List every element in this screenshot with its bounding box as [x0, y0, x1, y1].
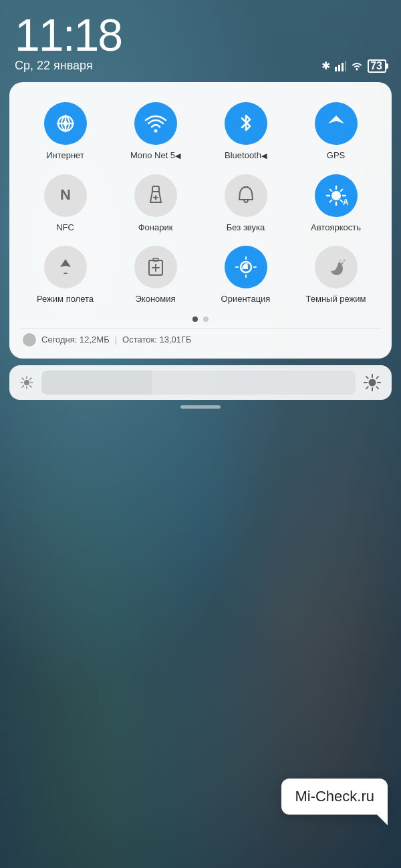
orientation-label: Ориентация [221, 294, 271, 304]
battery-saver-label: Экономия [135, 294, 175, 304]
bluetooth-icon [225, 102, 267, 145]
svg-point-13 [331, 191, 341, 200]
quick-settings-grid: Интернет Mono Net 5◀ Bluetooth◀ [20, 95, 381, 311]
status-row: Ср, 22 января ✱ 73 [15, 59, 386, 73]
brightness-empty [152, 371, 356, 395]
nfc-label: NFC [56, 222, 74, 233]
svg-rect-3 [345, 61, 346, 71]
quick-item-flashlight[interactable]: Фонарик [110, 168, 200, 240]
quick-item-nfc[interactable]: N NFC [20, 168, 110, 240]
status-bar: 11:18 Ср, 22 января ✱ [0, 0, 401, 75]
bluetooth-label: Bluetooth◀ [225, 150, 267, 161]
data-usage-row: Сегодня: 12,2МБ | Остаток: 13,01ГБ [20, 329, 381, 348]
quick-item-bluetooth[interactable]: Bluetooth◀ [200, 95, 291, 168]
brightness-high-icon [364, 374, 381, 391]
battery-saver-icon [134, 246, 177, 288]
data-usage-icon [23, 333, 36, 347]
watermark-text: Mi-Check.ru [295, 788, 374, 805]
svg-line-48 [376, 377, 378, 379]
quick-item-silent[interactable]: Без звука [200, 168, 291, 240]
svg-rect-0 [335, 67, 337, 71]
time-display: 11:18 [15, 12, 386, 57]
battery-icon: 73 [368, 59, 386, 73]
quick-item-auto-brightness[interactable]: A Автояркость [291, 168, 381, 240]
auto-brightness-icon: A [315, 174, 358, 217]
brightness-slider[interactable] [41, 371, 356, 395]
silent-label: Без звука [227, 222, 265, 233]
quick-item-battery-saver[interactable]: Экономия [110, 239, 200, 311]
svg-text:A: A [343, 198, 348, 207]
svg-point-30 [343, 260, 345, 262]
quick-item-gps[interactable]: GPS [291, 95, 381, 168]
wifi-status-icon [350, 61, 364, 71]
flashlight-label: Фонарик [138, 222, 173, 233]
brightness-fill [41, 371, 152, 395]
internet-label: Интернет [46, 150, 84, 161]
svg-line-37 [22, 378, 24, 380]
dark-mode-label: Темный режим [306, 294, 366, 304]
brightness-panel[interactable] [9, 365, 392, 400]
status-icons: ✱ 73 [321, 59, 386, 73]
quick-item-airplane[interactable]: Режим полета [20, 239, 110, 311]
svg-point-29 [341, 262, 344, 264]
flashlight-icon [134, 174, 177, 217]
svg-point-6 [154, 130, 157, 133]
svg-line-39 [30, 378, 32, 380]
svg-line-46 [366, 377, 368, 379]
watermark-tail [377, 815, 388, 825]
gps-icon [315, 102, 358, 145]
gps-label: GPS [327, 150, 345, 161]
page-dots [20, 316, 381, 322]
brightness-low-icon [20, 376, 33, 389]
svg-rect-28 [244, 266, 248, 269]
svg-line-18 [329, 189, 331, 191]
svg-line-40 [22, 385, 24, 387]
svg-line-20 [340, 189, 342, 191]
svg-text:N: N [60, 186, 71, 203]
quick-item-wifi[interactable]: Mono Net 5◀ [110, 95, 200, 168]
svg-point-41 [369, 379, 376, 386]
drag-handle-bar [180, 405, 221, 409]
wifi-label: Mono Net 5◀ [130, 150, 180, 161]
dot-2 [203, 316, 209, 322]
data-separator: | [115, 335, 117, 345]
svg-point-31 [340, 260, 341, 261]
signal-icon [334, 60, 346, 72]
nfc-icon: N [44, 174, 87, 217]
svg-point-32 [24, 380, 29, 385]
svg-rect-8 [152, 186, 159, 192]
airplane-icon [44, 246, 87, 288]
svg-rect-2 [342, 63, 344, 71]
orientation-icon [225, 246, 267, 288]
quick-item-internet[interactable]: Интернет [20, 95, 110, 168]
quick-item-dark-mode[interactable]: Темный режим [291, 239, 381, 311]
svg-line-49 [366, 387, 368, 389]
auto-brightness-label: Автояркость [311, 222, 361, 233]
drag-handle [0, 405, 401, 409]
internet-icon [44, 102, 87, 145]
data-remaining: Остаток: 13,01ГБ [122, 335, 191, 345]
svg-line-47 [376, 387, 378, 389]
bell-icon [225, 174, 267, 217]
data-today: Сегодня: 12,2МБ [41, 335, 110, 345]
quick-item-orientation[interactable]: Ориентация [200, 239, 291, 311]
dark-mode-icon [315, 246, 358, 288]
svg-rect-1 [338, 65, 340, 71]
watermark: Mi-Check.ru [281, 779, 388, 815]
wifi-icon [134, 102, 177, 145]
quick-settings-panel: Интернет Mono Net 5◀ Bluetooth◀ [9, 82, 392, 359]
svg-line-38 [30, 385, 32, 387]
airplane-label: Режим полета [37, 294, 94, 304]
bluetooth-status-icon: ✱ [321, 59, 330, 72]
dot-1 [192, 316, 198, 322]
svg-point-4 [356, 68, 358, 70]
svg-line-21 [329, 200, 331, 202]
date-display: Ср, 22 января [15, 59, 93, 73]
